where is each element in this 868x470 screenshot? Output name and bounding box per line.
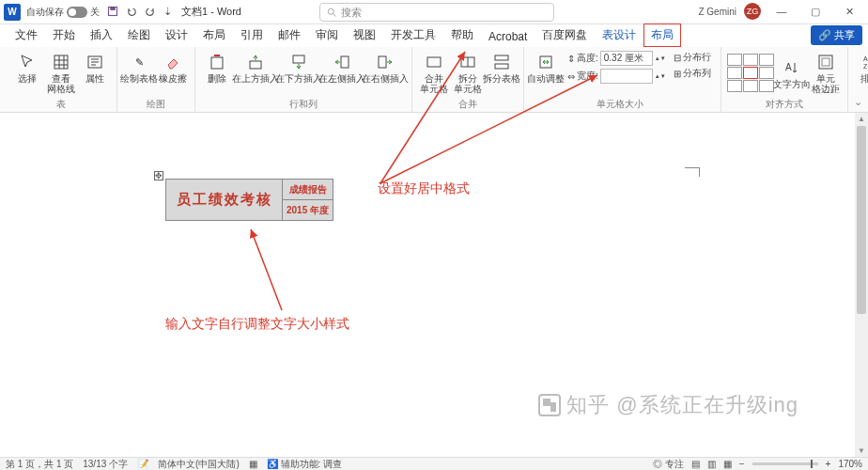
qat-dropdown-icon[interactable]: ⇣ xyxy=(163,6,172,18)
tab-file[interactable]: 文件 xyxy=(8,24,45,47)
group-cell-size: 自动调整 ⇕高度:0.32 厘米▲▼ ⇔宽度:▲▼ ⊟分布行 ⊞分布列 单元格大… xyxy=(524,47,721,112)
insert-left-icon xyxy=(333,53,351,71)
document-canvas[interactable]: ✥ 员工绩效考核 成绩报告 2015 年度 设置好居中格式 输入文字自行调整文字… xyxy=(0,113,855,457)
view-web-icon[interactable]: ▦ xyxy=(723,459,732,469)
delete-button[interactable]: 删除 xyxy=(201,51,233,84)
svg-rect-16 xyxy=(819,55,832,69)
user-avatar[interactable]: ZG xyxy=(744,3,761,20)
zoom-slider[interactable] xyxy=(752,462,818,465)
collapse-ribbon-icon[interactable]: ⌄ xyxy=(854,96,862,108)
zoom-level[interactable]: 170% xyxy=(838,459,862,469)
page-margin-mark xyxy=(685,167,700,177)
user-name[interactable]: Z Gemini xyxy=(698,7,736,17)
height-input[interactable]: 0.32 厘米 xyxy=(600,51,653,66)
zoom-out-icon[interactable]: − xyxy=(739,459,745,469)
toggle-off-icon[interactable] xyxy=(67,7,87,18)
merge-cells-button[interactable]: 合并 单元格 xyxy=(418,51,450,94)
svg-text:A: A xyxy=(785,62,792,72)
scroll-up-icon[interactable]: ▲ xyxy=(858,115,865,123)
insert-left-button[interactable]: 在左侧插入 xyxy=(321,51,363,84)
align-tc[interactable] xyxy=(743,54,758,66)
spinner-icon[interactable]: ▲▼ xyxy=(655,73,666,79)
align-tl[interactable] xyxy=(727,54,742,66)
insert-above-button[interactable]: 在上方插入 xyxy=(235,51,276,84)
svg-text:A: A xyxy=(863,55,868,62)
tab-references[interactable]: 引用 xyxy=(233,24,271,47)
undo-icon[interactable] xyxy=(126,6,137,19)
split-cells-button[interactable]: 拆分 单元格 xyxy=(452,51,484,94)
tab-home[interactable]: 开始 xyxy=(45,24,83,47)
sort-button[interactable]: AZ排序 xyxy=(854,51,868,84)
scroll-down-icon[interactable]: ▼ xyxy=(858,446,865,455)
align-mc[interactable] xyxy=(743,67,758,79)
tab-insert[interactable]: 插入 xyxy=(83,24,120,47)
properties-button[interactable]: 属性 xyxy=(79,51,111,84)
view-read-icon[interactable]: ▥ xyxy=(707,459,716,469)
tab-mailings[interactable]: 邮件 xyxy=(271,24,308,47)
tab-baidu[interactable]: 百度网盘 xyxy=(535,24,595,47)
macro-icon[interactable]: ▦ xyxy=(249,459,257,469)
word-count[interactable]: 13/13 个字 xyxy=(83,458,128,471)
tab-design[interactable]: 设计 xyxy=(158,24,195,47)
page-indicator[interactable]: 第 1 页，共 1 页 xyxy=(6,458,73,471)
table-sub2-cell[interactable]: 2015 年度 xyxy=(283,200,333,221)
tab-help[interactable]: 帮助 xyxy=(443,24,481,47)
svg-rect-8 xyxy=(341,56,349,68)
dist-cols-icon: ⊞ xyxy=(674,69,681,79)
split-table-button[interactable]: 拆分表格 xyxy=(486,51,518,84)
distribute-rows-button[interactable]: ⊟分布行 xyxy=(674,51,711,64)
autosave-toggle[interactable]: 自动保存 关 xyxy=(26,6,100,19)
focus-mode[interactable]: ◎ 专注 xyxy=(653,458,684,471)
group-alignment: A文字方向 单元 格边距 对齐方式 xyxy=(721,47,848,112)
svg-rect-7 xyxy=(293,55,304,63)
draw-table-button[interactable]: ✎绘制表格 xyxy=(123,51,155,84)
text-direction-button[interactable]: A文字方向 xyxy=(776,56,808,89)
status-bar: 第 1 页，共 1 页 13/13 个字 📝 简体中文(中国大陆) ▦ ♿ 辅助… xyxy=(0,457,868,470)
split-icon xyxy=(458,53,477,71)
view-gridlines-button[interactable]: 查看 网格线 xyxy=(45,51,77,94)
tab-review[interactable]: 审阅 xyxy=(308,24,346,47)
table-sub1-cell[interactable]: 成绩报告 xyxy=(283,180,333,200)
eraser-button[interactable]: 橡皮擦 xyxy=(157,51,189,84)
search-box[interactable]: 搜索 xyxy=(319,3,554,22)
zoom-in-icon[interactable]: + xyxy=(826,459,831,469)
align-ml[interactable] xyxy=(727,67,742,79)
align-bc[interactable] xyxy=(743,80,758,92)
insert-below-button[interactable]: 在下方插入 xyxy=(278,51,319,84)
share-button[interactable]: 🔗共享 xyxy=(811,25,862,45)
tab-view[interactable]: 视图 xyxy=(346,24,383,47)
minimize-icon[interactable]: — xyxy=(768,6,795,17)
save-icon[interactable] xyxy=(107,6,118,19)
group-draw: ✎绘制表格 橡皮擦 绘图 xyxy=(117,47,195,112)
width-input[interactable] xyxy=(600,69,653,84)
watermark: 知乎 @系统正在升级ing xyxy=(538,391,798,419)
align-mr[interactable] xyxy=(759,67,774,79)
tab-developer[interactable]: 开发工具 xyxy=(383,24,443,47)
tab-table-design[interactable]: 表设计 xyxy=(595,24,643,47)
tab-layout[interactable]: 布局 xyxy=(195,24,233,47)
select-button[interactable]: 选择 xyxy=(11,51,43,84)
close-icon[interactable]: ✕ xyxy=(836,6,862,18)
align-bl[interactable] xyxy=(727,80,742,92)
tab-acrobat[interactable]: Acrobat xyxy=(481,26,535,47)
cell-margins-button[interactable]: 单元 格边距 xyxy=(810,51,842,94)
accessibility-indicator[interactable]: ♿ 辅助功能: 调查 xyxy=(267,458,342,471)
redo-icon[interactable] xyxy=(145,6,156,19)
language-indicator[interactable]: 简体中文(中国大陆) xyxy=(158,458,240,471)
align-br[interactable] xyxy=(759,80,774,92)
distribute-cols-button[interactable]: ⊞分布列 xyxy=(674,67,711,80)
restore-icon[interactable]: ▢ xyxy=(802,6,829,18)
sample-table[interactable]: 员工绩效考核 成绩报告 2015 年度 xyxy=(165,179,333,221)
spinner-icon[interactable]: ▲▼ xyxy=(655,55,666,61)
table-move-handle[interactable]: ✥ xyxy=(154,171,163,180)
autofit-button[interactable]: 自动调整 xyxy=(530,51,562,84)
tab-draw[interactable]: 绘图 xyxy=(120,24,158,47)
tab-table-layout[interactable]: 布局 xyxy=(643,24,681,47)
scroll-thumb[interactable] xyxy=(857,126,866,314)
table-main-cell[interactable]: 员工绩效考核 xyxy=(166,180,283,221)
insert-right-button[interactable]: 在右侧插入 xyxy=(364,51,406,84)
vertical-scrollbar[interactable]: ▲ ▼ xyxy=(855,113,868,457)
align-tr[interactable] xyxy=(759,54,774,66)
text-prediction-icon[interactable]: 📝 xyxy=(137,459,148,469)
view-print-icon[interactable]: ▤ xyxy=(691,459,700,469)
